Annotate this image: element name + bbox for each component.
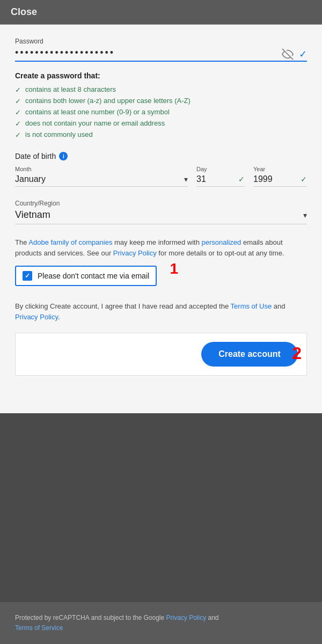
privacy-policy-link-1[interactable]: Privacy Policy bbox=[113, 249, 157, 257]
terms-text-3: . bbox=[58, 313, 60, 321]
req-text-1: contains at least 8 characters bbox=[25, 85, 116, 93]
info-icon[interactable]: i bbox=[59, 152, 68, 160]
country-chevron-icon: ▾ bbox=[303, 211, 307, 219]
adobe-family-link[interactable]: Adobe family of companies bbox=[28, 238, 112, 246]
dob-section: Date of birth i Month January ▾ Day 31 ✓ bbox=[15, 152, 307, 187]
day-dropdown[interactable]: 31 ✓ bbox=[196, 174, 245, 187]
button-area: Create account bbox=[15, 333, 307, 376]
req-check-3: ✓ bbox=[15, 108, 21, 116]
personalized-link[interactable]: personalized bbox=[202, 238, 241, 246]
password-field-wrapper: •••••••••••••••••••• ✓ bbox=[15, 47, 307, 62]
main-card: Password •••••••••••••••••••• ✓ Create a… bbox=[0, 25, 322, 413]
req-item-4: ✓ does not contain your name or email ad… bbox=[15, 119, 307, 128]
no-contact-checkbox-wrapper[interactable]: Please don't contact me via email bbox=[15, 266, 157, 286]
country-value: Vietnam bbox=[15, 209, 50, 221]
terms-text: By clicking Create account, I agree that… bbox=[15, 301, 307, 322]
country-label: Country/Region bbox=[15, 200, 307, 207]
year-field: Year 1999 ✓ bbox=[253, 166, 307, 187]
terms-text-1: By clicking Create account, I agree that… bbox=[15, 302, 231, 310]
password-label: Password bbox=[15, 38, 307, 45]
year-check-icon: ✓ bbox=[301, 175, 307, 184]
marketing-text-2: may keep me informed with bbox=[112, 238, 201, 246]
password-icons: ✓ bbox=[282, 48, 307, 60]
day-check-icon: ✓ bbox=[238, 175, 245, 184]
marketing-text-4: for more details or to opt-out at any ti… bbox=[157, 249, 284, 257]
close-label[interactable]: Close bbox=[11, 6, 37, 17]
req-check-4: ✓ bbox=[15, 120, 21, 128]
day-label: Day bbox=[196, 166, 245, 172]
grey-spacer bbox=[0, 413, 322, 467]
privacy-policy-link-2[interactable]: Privacy Policy bbox=[15, 313, 58, 321]
req-item-1: ✓ contains at least 8 characters bbox=[15, 85, 307, 94]
password-value[interactable]: •••••••••••••••••••• bbox=[15, 47, 307, 58]
req-item-5: ✓ is not commonly used bbox=[15, 130, 307, 139]
footer-privacy-link[interactable]: Privacy Policy bbox=[166, 614, 206, 621]
month-value: January bbox=[15, 174, 181, 184]
req-check-2: ✓ bbox=[15, 97, 21, 105]
month-dropdown[interactable]: January ▾ bbox=[15, 174, 188, 187]
checkbox-label: Please don't contact me via email bbox=[38, 272, 149, 280]
create-account-area: Create account 2 bbox=[15, 333, 307, 376]
req-text-2: contains both lower (a-z) and upper case… bbox=[25, 97, 191, 105]
footer-tos-link[interactable]: Terms of Service bbox=[15, 624, 63, 632]
day-field: Day 31 ✓ bbox=[196, 166, 245, 187]
checkbox-icon bbox=[23, 271, 32, 281]
requirements-title: Create a password that: bbox=[15, 71, 307, 80]
req-text-3: contains at least one number (0-9) or a … bbox=[25, 108, 170, 116]
create-account-button[interactable]: Create account bbox=[201, 342, 298, 367]
req-text-5: is not commonly used bbox=[25, 130, 93, 138]
req-text-4: does not contain your name or email addr… bbox=[25, 119, 165, 127]
month-label: Month bbox=[15, 166, 188, 172]
dob-fields: Month January ▾ Day 31 ✓ Year 1999 ✓ bbox=[15, 166, 307, 187]
checkbox-area: Please don't contact me via email 1 bbox=[15, 266, 157, 295]
footer-text-2: and bbox=[206, 614, 218, 621]
req-check-5: ✓ bbox=[15, 131, 21, 139]
dob-label-row: Date of birth i bbox=[15, 152, 307, 160]
year-dropdown[interactable]: 1999 ✓ bbox=[253, 174, 307, 187]
dob-label: Date of birth bbox=[15, 152, 56, 160]
req-item-2: ✓ contains both lower (a-z) and upper ca… bbox=[15, 97, 307, 105]
marketing-text: The Adobe family of companies may keep m… bbox=[15, 237, 307, 258]
req-item-3: ✓ contains at least one number (0-9) or … bbox=[15, 108, 307, 116]
terms-text-2: and bbox=[272, 302, 285, 310]
footer-section: Protected by reCAPTCHA and subject to th… bbox=[0, 602, 322, 644]
marketing-text-1: The bbox=[15, 238, 28, 246]
country-dropdown[interactable]: Vietnam ▾ bbox=[15, 209, 307, 224]
footer-text-1: Protected by reCAPTCHA and subject to th… bbox=[15, 614, 166, 621]
eye-slash-icon[interactable] bbox=[282, 48, 294, 60]
footer-text: Protected by reCAPTCHA and subject to th… bbox=[15, 613, 307, 633]
month-chevron-icon: ▾ bbox=[184, 175, 188, 184]
month-field: Month January ▾ bbox=[15, 166, 188, 187]
terms-of-use-link[interactable]: Terms of Use bbox=[231, 302, 272, 310]
country-section: Country/Region Vietnam ▾ bbox=[15, 200, 307, 224]
year-value: 1999 bbox=[253, 174, 297, 184]
year-label: Year bbox=[253, 166, 307, 172]
password-check-icon: ✓ bbox=[299, 48, 307, 60]
top-bar: Close bbox=[0, 0, 322, 25]
day-value: 31 bbox=[196, 174, 235, 184]
password-requirements: Create a password that: ✓ contains at le… bbox=[15, 71, 307, 139]
req-check-1: ✓ bbox=[15, 86, 21, 94]
step-marker-1: 1 bbox=[170, 260, 179, 277]
